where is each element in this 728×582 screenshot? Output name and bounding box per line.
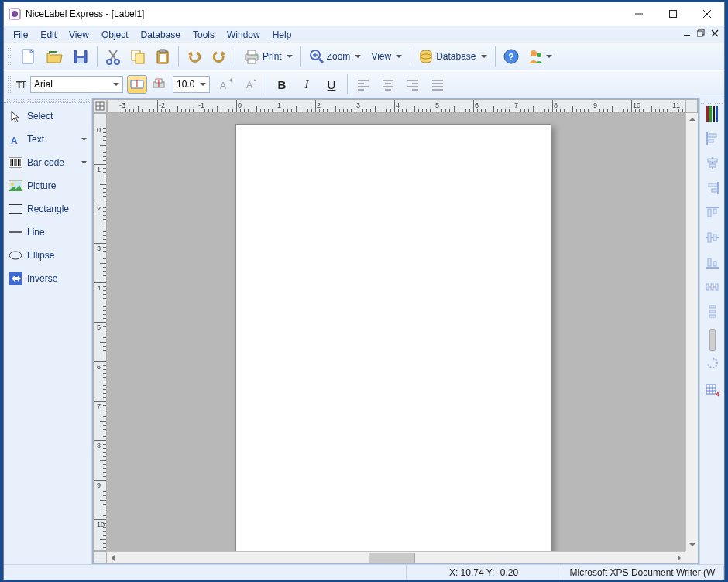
- align-left-button[interactable]: [352, 73, 375, 96]
- font-grow-button[interactable]: A: [214, 73, 237, 96]
- scroll-up-button[interactable]: [686, 113, 699, 125]
- svg-rect-98: [706, 284, 709, 290]
- new-button[interactable]: [15, 45, 40, 68]
- screen-font-toggle[interactable]: T: [127, 75, 147, 94]
- zoom-button[interactable]: Zoom: [305, 45, 366, 68]
- tool-barcode[interactable]: Bar code: [4, 151, 91, 174]
- tool-text[interactable]: A Text: [4, 128, 91, 151]
- menu-help[interactable]: Help: [266, 28, 298, 42]
- tool-ellipse[interactable]: Ellipse: [4, 244, 91, 267]
- view-label: View: [369, 51, 394, 62]
- tool-line[interactable]: Line: [4, 221, 91, 244]
- tool-inverse[interactable]: Inverse: [4, 267, 91, 290]
- scroll-left-button[interactable]: [107, 552, 119, 564]
- toolbar-grip[interactable]: [7, 47, 12, 66]
- toolbar-separator: [266, 74, 266, 94]
- scrollbar-vertical[interactable]: [685, 113, 698, 551]
- scroll-down-button[interactable]: [686, 539, 699, 551]
- svg-line-4: [703, 10, 711, 18]
- tool-select[interactable]: Select: [4, 104, 91, 128]
- mdi-minimize-icon[interactable]: [681, 27, 693, 39]
- distribute-v-button[interactable]: [702, 302, 723, 322]
- svg-rect-22: [160, 50, 166, 53]
- toolbox: Select A Text Bar code Picture Rectangle: [4, 98, 92, 564]
- rotate-button[interactable]: [702, 353, 723, 373]
- tool-label: Ellipse: [27, 250, 54, 261]
- database-button[interactable]: Database: [414, 45, 490, 68]
- label-page[interactable]: [235, 124, 551, 551]
- menu-object[interactable]: Object: [95, 28, 135, 42]
- undo-button[interactable]: [183, 45, 206, 68]
- align-right-edges-button[interactable]: [702, 178, 723, 198]
- cursor-icon: [9, 109, 22, 123]
- view-button[interactable]: View: [366, 45, 406, 68]
- tool-rectangle[interactable]: Rectangle: [4, 197, 91, 221]
- mdi-close-icon[interactable]: [709, 27, 721, 39]
- font-size-combo[interactable]: 10.0: [173, 76, 210, 93]
- ruler-origin-button[interactable]: [93, 99, 107, 113]
- users-button[interactable]: [524, 45, 556, 68]
- bold-button[interactable]: B: [270, 73, 294, 96]
- mdi-restore-icon[interactable]: [695, 27, 707, 39]
- underline-button[interactable]: U: [320, 73, 343, 96]
- svg-text:T: T: [21, 80, 27, 91]
- toolbar-grip[interactable]: [7, 75, 12, 94]
- menu-view[interactable]: View: [63, 28, 95, 42]
- zoom-label: Zoom: [325, 51, 354, 62]
- database-label: Database: [434, 51, 479, 62]
- svg-point-1: [12, 11, 18, 17]
- svg-rect-73: [9, 205, 22, 214]
- align-options-button[interactable]: [702, 381, 723, 401]
- align-grip[interactable]: [700, 100, 724, 104]
- svg-point-27: [256, 55, 257, 56]
- italic-button[interactable]: I: [295, 73, 318, 96]
- toolbar-separator: [495, 46, 496, 67]
- paste-button[interactable]: [151, 45, 174, 68]
- marker-black-icon: [713, 106, 715, 122]
- cut-button[interactable]: [101, 45, 125, 68]
- font-shrink-button[interactable]: A: [239, 73, 262, 96]
- help-button[interactable]: ?: [500, 45, 523, 68]
- tool-picture[interactable]: Picture: [4, 174, 91, 197]
- align-right-button[interactable]: [401, 73, 424, 96]
- copy-button[interactable]: [126, 45, 149, 68]
- svg-text:A: A: [11, 135, 18, 146]
- text-icon: A: [9, 132, 22, 146]
- align-justify-button[interactable]: [426, 73, 449, 96]
- scroll-track[interactable]: [119, 552, 673, 564]
- align-left-edges-button[interactable]: [702, 128, 723, 149]
- menu-tools[interactable]: Tools: [187, 28, 221, 42]
- ruler-vertical[interactable]: 01234567891011: [93, 113, 107, 551]
- align-top-edges-button[interactable]: [702, 203, 723, 223]
- open-button[interactable]: [42, 45, 67, 68]
- scroll-track[interactable]: [686, 125, 698, 539]
- barcode-icon: [9, 156, 22, 169]
- menu-file[interactable]: File: [7, 28, 34, 42]
- menu-edit[interactable]: Edit: [34, 28, 63, 42]
- mdi-controls: [681, 27, 721, 39]
- close-button[interactable]: [690, 3, 724, 25]
- align-bottom-edges-button[interactable]: [702, 252, 723, 272]
- printer-font-toggle[interactable]: T: [149, 75, 169, 94]
- scroll-right-button[interactable]: [673, 552, 685, 564]
- svg-text:A: A: [220, 80, 226, 91]
- canvas-viewport[interactable]: [107, 113, 685, 551]
- font-name-combo[interactable]: Arial: [30, 76, 123, 93]
- save-button[interactable]: [68, 45, 93, 68]
- toolbox-grip[interactable]: [4, 98, 91, 103]
- print-button[interactable]: Print: [239, 45, 297, 68]
- distribute-h-button[interactable]: [702, 277, 723, 297]
- redo-button[interactable]: [208, 45, 231, 68]
- ruler-horizontal[interactable]: -3-2-10123456789101112: [107, 99, 685, 113]
- minimize-button[interactable]: [622, 3, 656, 25]
- svg-rect-88: [712, 189, 716, 192]
- align-middle-v-button[interactable]: [702, 228, 723, 248]
- align-center-h-button[interactable]: [702, 153, 723, 173]
- panel-splitter[interactable]: [709, 329, 716, 351]
- align-center-button[interactable]: [376, 73, 400, 96]
- maximize-button[interactable]: [656, 3, 690, 25]
- scrollbar-horizontal[interactable]: [107, 551, 685, 563]
- menu-database[interactable]: Database: [135, 28, 187, 42]
- scroll-thumb[interactable]: [369, 553, 415, 563]
- menu-window[interactable]: Window: [221, 28, 266, 42]
